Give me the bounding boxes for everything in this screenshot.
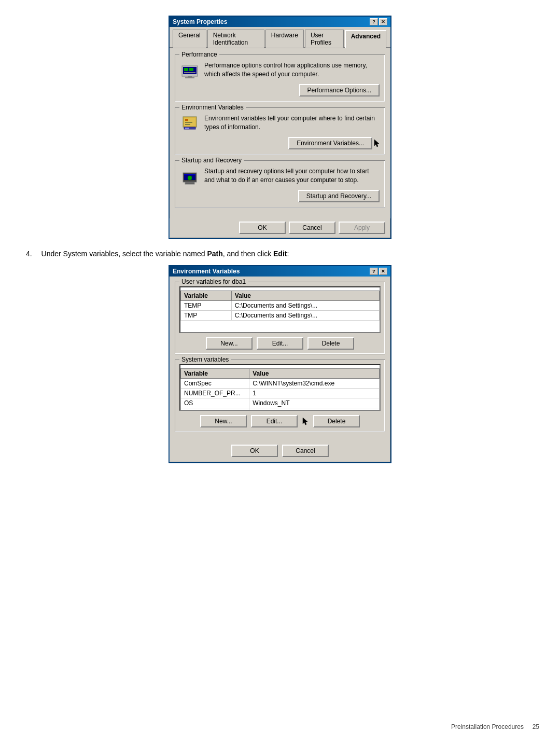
- user-val-cell: C:\Documents and Settings\...: [231, 311, 379, 321]
- sys-var-cell: OS: [181, 398, 249, 408]
- sys-val-col-header: Value: [249, 369, 380, 379]
- env-variables-group: Environment Variables Environment variab…: [175, 107, 385, 155]
- sys-var-cell: NUMBER_OF_PR...: [181, 389, 249, 398]
- table-row[interactable]: OSWindows_NT: [181, 398, 380, 408]
- user-new-button[interactable]: New...: [206, 337, 253, 350]
- svg-rect-5: [188, 76, 192, 77]
- tab-hardware[interactable]: Hardware: [265, 30, 304, 48]
- tab-user-profiles[interactable]: User Profiles: [305, 30, 344, 48]
- env-close-button[interactable]: ✕: [379, 268, 387, 275]
- sys-var-cell: Os2LibPath: [181, 408, 249, 411]
- table-row[interactable]: Os2LibPathC:\WINNT\system32\os2\dll;: [181, 408, 380, 411]
- env-variables-title: Environment Variables: [173, 268, 240, 275]
- sys-delete-button[interactable]: Delete: [313, 415, 360, 427]
- bold-path: Path: [207, 250, 222, 258]
- svg-rect-6: [185, 77, 194, 78]
- user-val-cell: C:\Documents and Settings\...: [231, 301, 379, 311]
- svg-rect-9: [185, 119, 188, 121]
- apply-button[interactable]: Apply: [339, 222, 385, 234]
- user-var-col-header: Variable: [181, 291, 232, 301]
- sys-val-cell: Windows_NT: [249, 398, 380, 408]
- performance-icon: [180, 61, 199, 80]
- performance-text: Performance options control how applicat…: [204, 61, 380, 79]
- user-delete-button[interactable]: Delete: [307, 337, 354, 350]
- system-properties-content: Performance Performance options control …: [170, 48, 390, 218]
- sys-edit-cursor-icon: [302, 417, 309, 426]
- svg-rect-11: [185, 124, 190, 125]
- step-4-text: 4. Under System variables, select the va…: [21, 250, 539, 258]
- cancel-button[interactable]: Cancel: [289, 222, 335, 234]
- startup-recovery-text: Startup and recovery options tell your c…: [204, 167, 380, 185]
- user-variables-table-container[interactable]: Variable Value TEMPC:\Documents and Sett…: [179, 286, 381, 333]
- user-variables-group: User variables for dba1 Variable Value T…: [175, 282, 385, 354]
- svg-marker-14: [374, 140, 379, 147]
- bold-edit: Edit: [273, 250, 287, 258]
- table-row[interactable]: NUMBER_OF_PR...1: [181, 389, 380, 398]
- system-properties-dialog: System Properties ? ✕ General Network Id…: [169, 16, 391, 239]
- user-variables-table: Variable Value TEMPC:\Documents and Sett…: [180, 291, 380, 321]
- table-row[interactable]: TMPC:\Documents and Settings\...: [181, 311, 380, 321]
- svg-rect-4: [184, 72, 195, 73]
- tab-advanced[interactable]: Advanced: [345, 30, 386, 48]
- user-variables-legend: User variables for dba1: [179, 278, 248, 285]
- env-variables-btn-row: Environment Variables...: [180, 137, 380, 149]
- user-val-col-header: Value: [231, 291, 379, 301]
- env-variables-titlebar: Environment Variables ? ✕: [170, 266, 390, 277]
- env-variables-icon: [180, 114, 199, 133]
- tab-general[interactable]: General: [173, 30, 206, 48]
- startup-recovery-inner: Startup and recovery options tell your c…: [180, 167, 380, 186]
- svg-rect-10: [185, 122, 192, 123]
- system-vars-buttons: New... Edit... Delete: [179, 415, 381, 427]
- svg-marker-20: [303, 418, 307, 425]
- table-row[interactable]: ComSpecC:\WINNT\system32\cmd.exe: [181, 379, 380, 389]
- env-variables-text: Environment variables tell your computer…: [204, 114, 380, 132]
- ok-button[interactable]: OK: [239, 222, 286, 234]
- env-help-button[interactable]: ?: [370, 268, 378, 275]
- svg-rect-17: [184, 174, 195, 175]
- sys-var-col-header: Variable: [181, 369, 249, 379]
- startup-recovery-btn-row: Startup and Recovery...: [180, 190, 380, 202]
- sys-val-cell: C:\WINNT\system32\cmd.exe: [249, 379, 380, 389]
- performance-btn-row: Performance Options...: [180, 84, 380, 96]
- table-row[interactable]: TEMPC:\Documents and Settings\...: [181, 301, 380, 311]
- startup-recovery-button[interactable]: Startup and Recovery...: [298, 190, 380, 202]
- performance-legend: Performance: [179, 51, 219, 58]
- env-titlebar-buttons: ? ✕: [370, 268, 387, 275]
- tab-network-identification[interactable]: Network Identification: [207, 30, 264, 48]
- sys-new-button[interactable]: New...: [200, 415, 247, 427]
- svg-point-18: [188, 176, 192, 180]
- help-button[interactable]: ?: [370, 18, 378, 25]
- env-variables-inner: Environment variables tell your computer…: [180, 114, 380, 133]
- env-variables-button[interactable]: Environment Variables...: [288, 137, 372, 149]
- svg-rect-13: [185, 128, 189, 129]
- cursor-arrow-icon: [373, 139, 381, 146]
- env-cancel-button[interactable]: Cancel: [282, 445, 329, 457]
- user-vars-buttons: New... Edit... Delete: [179, 337, 381, 350]
- svg-rect-3: [189, 68, 193, 71]
- step-description: Under System variables, select the varia…: [41, 250, 289, 258]
- performance-options-button[interactable]: Performance Options...: [299, 84, 380, 96]
- sys-val-cell: 1: [249, 389, 380, 398]
- titlebar-buttons: ? ✕: [370, 18, 387, 25]
- user-var-cell: TEMP: [181, 301, 232, 311]
- startup-recovery-icon: [180, 167, 199, 186]
- performance-group: Performance Performance options control …: [175, 54, 385, 102]
- close-button[interactable]: ✕: [379, 18, 387, 25]
- system-variables-group: System variables Variable Value ComSpecC…: [175, 360, 385, 432]
- sys-edit-button[interactable]: Edit...: [251, 415, 298, 427]
- step-number: 4.: [26, 250, 32, 258]
- performance-inner: Performance options control how applicat…: [180, 61, 380, 80]
- env-dialog-bottom-buttons: OK Cancel: [170, 443, 390, 462]
- env-ok-button[interactable]: OK: [231, 445, 278, 457]
- tab-bar: General Network Identification Hardware …: [170, 27, 390, 48]
- sys-val-cell: C:\WINNT\system32\os2\dll;: [249, 408, 380, 411]
- startup-recovery-group: Startup and Recovery Startup and recover…: [175, 160, 385, 208]
- env-variables-legend: Environment Variables: [179, 104, 246, 111]
- env-variables-dialog: Environment Variables ? ✕ User variables…: [169, 265, 391, 463]
- sys-var-cell: ComSpec: [181, 379, 249, 389]
- system-variables-table-container[interactable]: Variable Value ComSpecC:\WINNT\system32\…: [179, 364, 381, 411]
- user-edit-button[interactable]: Edit...: [257, 337, 303, 350]
- svg-rect-19: [185, 182, 194, 184]
- system-properties-title: System Properties: [173, 18, 227, 25]
- env-dialog-content: User variables for dba1 Variable Value T…: [170, 277, 390, 443]
